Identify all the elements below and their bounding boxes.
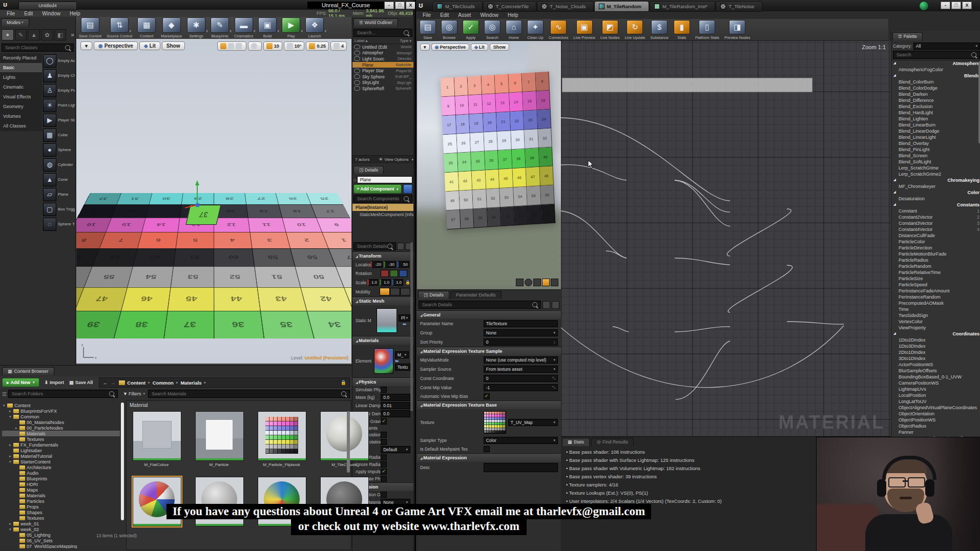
tab-m-tilerandom[interactable]: M_TileRandom [594,1,649,12]
details-search-input[interactable]: Search Details [353,242,396,250]
visibility-eye-icon[interactable] [354,45,360,49]
preview-lit-button[interactable]: ◆Lit [471,44,488,51]
category-dropdown[interactable]: All▾ [913,43,980,50]
toolbar-live-preview[interactable]: ▣Live Preview [571,19,598,41]
transform-tools[interactable] [217,41,246,51]
mode-tool-icon[interactable]: ⌖ [2,29,14,40]
folder-arrow-icon[interactable]: ▸ [15,426,19,430]
outliner-search-input[interactable]: Search... [353,29,412,37]
toolbar-platform-stats[interactable]: ▯Platform Stats [693,19,722,41]
preview-mesh-buttons[interactable] [515,279,558,286]
palette-item-particlespeed[interactable]: ParticleSpeed [891,282,980,288]
viewport-perspective-button[interactable]: ◉Perspective [94,41,138,50]
palette-item-particlerelativetime[interactable]: ParticleRelativeTime [891,269,980,276]
nav-forward-button[interactable]: → [110,379,116,386]
palette-item-blend-linearburn[interactable]: Blend_LinearBurn [891,122,980,128]
toolbar-source-control[interactable]: ⇅Source Control▾ [104,16,135,39]
palette-item-blend-softlight[interactable]: Blend_SoftLight [891,159,980,165]
palette-item-2dto1dindex[interactable]: 2Dto1DIndex [891,349,980,355]
folder-arrow-icon[interactable]: ▾ [3,404,7,408]
place-item-cylinder[interactable]: ◍Cylinder [43,157,75,172]
property-value[interactable]: 0.01 [381,402,410,409]
palette-item-particlerandom[interactable]: ParticleRandom [891,263,980,269]
folder-00_particlenodes[interactable]: ▸00_ParticleNodes [2,425,120,431]
toolbar-preview-nodes[interactable]: ◨Preview Nodes [722,19,753,41]
tab-t-tilenoise[interactable]: T_TileNoise [716,1,762,12]
place-item-plane[interactable]: ▱Plane [43,187,75,202]
folder-hdri[interactable]: HDRI [2,481,120,487]
outliner-row[interactable]: PlaneStaticMe [352,62,413,68]
palette-item-actorpositionws[interactable]: ActorPositionWS [891,362,980,368]
static-mesh-back-icon[interactable]: ⬅ [403,322,407,327]
asset-m_particle[interactable]: M_Particle [195,411,243,467]
palette-section-atmosphere[interactable]: Atmosphere [891,60,980,67]
mode-category-recently-placed[interactable]: Recently Placed [0,53,42,63]
folder-lightsaber[interactable]: Lightsaber [2,448,120,453]
mobility-buttons[interactable] [380,288,410,295]
visibility-eye-icon[interactable] [354,56,360,61]
view-options-button[interactable]: 👁 [379,157,383,162]
folder-00_materialnodes[interactable]: 00_MaterialNodes [2,419,120,425]
toolbar-substance[interactable]: $Substance [648,19,671,41]
toolbar-marketplace[interactable]: ◆Marketplace [158,16,184,39]
palette-item-blend-darken[interactable]: Blend_Darken [891,91,980,97]
place-item-sphere[interactable]: ●Sphere [43,142,75,157]
scale-snap-toggle[interactable]: 0.25 [306,41,329,51]
texture-thumbnail[interactable] [484,411,506,434]
tree-scrollbar[interactable] [121,402,124,520]
property-value[interactable]: 0.0 [381,394,410,401]
material-details-search-input[interactable]: Search Details [419,301,541,309]
palette-item-particleradius[interactable]: ParticleRadius [891,257,980,263]
palette-item-precomputedaomask[interactable]: PrecomputedAOMask [891,300,980,306]
folder-blueprintsforvfx[interactable]: ▸BlueprintsForVFX [2,408,120,414]
details-eye-icon[interactable] [552,301,559,309]
preview-perspective-button[interactable]: ◉Perspective [431,44,469,51]
palette-item-camerapositionws[interactable]: CameraPositionWS [891,380,980,386]
component-row[interactable]: Plane(Instance) [352,204,413,211]
menu-edit[interactable]: Edit [435,11,453,19]
property-checkbox[interactable] [381,439,387,445]
palette-section-color[interactable]: Color [891,189,980,196]
menu-asset[interactable]: Asset [453,11,475,19]
palette-item-1dto2dindex[interactable]: 1Dto2DIndex [891,337,980,343]
property-checkbox[interactable]: ✓ [381,418,387,425]
menu-help[interactable]: Help [503,11,523,19]
folder-particles[interactable]: Particles [2,498,120,504]
palette-item-lerp-scratchgrime[interactable]: Lerp_ScratchGrime [891,165,980,171]
preview-show-button[interactable]: Show [490,44,509,51]
sampler-type-dropdown[interactable]: Color▾ [484,437,558,444]
folder-fx_fundamentals[interactable]: ▸FX_Fundamentals [2,442,120,448]
toolbar-save-current[interactable]: ▤Save Current [76,16,104,39]
place-item-empty-character[interactable]: ♟Empty Character [43,68,75,83]
palette-item-blend-lineardodge[interactable]: Blend_LinearDodge [891,128,980,134]
property-checkbox[interactable] [381,461,387,468]
palette-item-perinstancerandom[interactable]: PerInstanceRandom [891,294,980,300]
maximize-button[interactable]: □ [395,2,405,9]
breadcrumb-item[interactable]: Materials [180,380,201,386]
scale-values[interactable]: 1.01.01.0 [367,279,404,286]
folder-content[interactable]: ▾Content [2,402,120,408]
content-browser-tab[interactable]: ▦ Content Browser [2,367,54,375]
palette-item-blend-colordodge[interactable]: Blend_ColorDodge [891,85,980,91]
menu-window[interactable]: Window [37,10,65,17]
modes-search-input[interactable]: Search Classes [2,44,74,52]
palette-tab[interactable]: ☰ Palette [892,32,923,40]
palette-item-blend-difference[interactable]: Blend_Difference [891,97,980,103]
material-back-icon[interactable]: ⬅ [395,358,399,364]
folder-arrow-icon[interactable]: ▾ [9,527,13,532]
palette-section-constants[interactable]: Constants [891,202,980,208]
palette-item-distancecullfade[interactable]: DistanceCullFade [891,232,980,239]
place-item-sphere-trigger[interactable]: ◌Sphere Trigger [43,217,75,231]
preview-options-button[interactable]: ▾ [420,44,430,51]
asset-m_flatcolour[interactable]: M_FlatColour [133,411,180,467]
palette-item-blend-exclusion[interactable]: Blend_Exclusion [891,103,980,110]
add-new-button[interactable]: ▸ Add New▾ [2,378,39,387]
palette-item-lerp-scratchgrime2[interactable]: Lerp_ScratchGrime2 [891,171,980,177]
details-settings-icon[interactable] [397,243,404,250]
outliner-row[interactable]: AtmospherAtmospl [352,50,413,56]
folder-arrow-icon[interactable]: ▸ [9,522,13,526]
dock-scrollbar[interactable] [410,242,413,411]
location-values[interactable]: -20-3050 [370,261,410,268]
close-button[interactable]: X [962,2,972,9]
stats-tab[interactable]: ▦ Stats [562,438,590,446]
